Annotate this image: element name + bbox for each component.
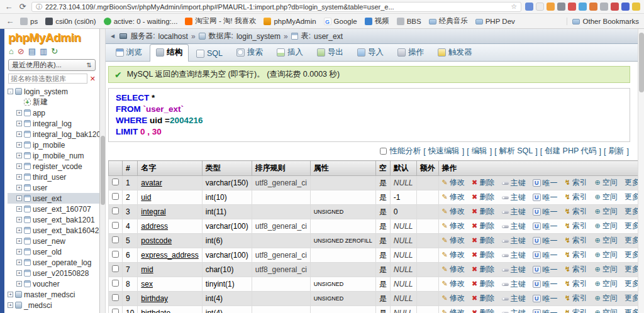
spatial-action[interactable]: ⊕空间 — [594, 307, 617, 313]
tree-expander-icon[interactable]: + — [16, 228, 22, 233]
primary-action[interactable]: 主键 — [502, 250, 526, 261]
tab[interactable]: 插入 — [270, 44, 309, 61]
extension-icon[interactable] — [611, 3, 619, 11]
tree-item[interactable]: + register_vcode — [8, 161, 99, 172]
tab[interactable]: SQL — [190, 46, 229, 61]
tree-item[interactable]: + ip_mobile — [8, 140, 99, 150]
tree-item[interactable]: + _medsci — [8, 300, 99, 310]
primary-action[interactable]: 主键 — [502, 308, 526, 313]
page-scrollbar-thumb[interactable] — [639, 33, 644, 92]
change-action[interactable]: ✎修改 — [442, 221, 465, 231]
drop-action[interactable]: ✖删除 — [472, 177, 494, 188]
tree-expander-icon[interactable]: + — [8, 292, 13, 297]
spatial-action[interactable]: ⊕空间 — [594, 206, 617, 217]
server-link[interactable]: localhost — [158, 32, 188, 41]
extension-icon[interactable] — [579, 3, 587, 11]
unique-action[interactable]: U唯一 — [533, 221, 558, 232]
logout-icon[interactable]: ⊘ — [18, 47, 25, 56]
drop-action[interactable]: ✖删除 — [472, 192, 494, 202]
explain-sql-link[interactable]: 解析 SQL — [499, 146, 533, 156]
tree-item[interactable]: + master_medsci — [8, 289, 99, 300]
change-action[interactable]: ✎修改 — [442, 235, 465, 246]
more-action[interactable]: 更多▼ — [625, 221, 638, 231]
spatial-action[interactable]: ⊕空间 — [594, 250, 617, 260]
unique-action[interactable]: U唯一 — [533, 178, 558, 189]
index-action[interactable]: ↯索引 — [565, 293, 587, 304]
tree-item[interactable]: - login_system — [8, 86, 99, 97]
profiling-checkbox[interactable] — [380, 148, 387, 155]
bookmark-item[interactable]: BBS — [397, 18, 421, 25]
tree-item[interactable]: + user_v20150828 — [8, 268, 99, 278]
unique-action[interactable]: U唯一 — [533, 207, 558, 217]
primary-action[interactable]: 主键 — [502, 207, 526, 217]
bookmark-item[interactable]: csi0n (csi0n) — [45, 18, 96, 25]
extension-icon[interactable] — [557, 3, 565, 11]
tree-item[interactable]: + ip_mobile_num — [8, 150, 99, 161]
tab[interactable]: 浏览 — [109, 44, 148, 61]
collapse-navigation-icon[interactable]: ◀ — [111, 33, 114, 39]
tree-expander-icon[interactable]: + — [16, 195, 22, 201]
inline-edit-link[interactable]: 快速编辑 — [428, 146, 460, 156]
spatial-action[interactable]: ⊕空间 — [594, 278, 617, 289]
index-action[interactable]: ↯索引 — [565, 235, 587, 246]
drop-action[interactable]: ✖删除 — [472, 293, 494, 304]
more-action[interactable]: 更多▼ — [625, 278, 638, 289]
docs-icon[interactable]: ▤ — [28, 47, 36, 56]
row-checkbox[interactable] — [112, 280, 119, 287]
bookmark-item[interactable]: ps — [20, 18, 38, 25]
bookmark-item[interactable]: 经典音乐 — [429, 16, 468, 26]
row-checkbox[interactable] — [112, 294, 119, 301]
spatial-action[interactable]: ⊕空间 — [594, 235, 617, 246]
change-action[interactable]: ✎修改 — [442, 177, 465, 188]
drop-action[interactable]: ✖删除 — [472, 221, 494, 231]
database-link[interactable]: login_system — [236, 32, 280, 41]
tree-expander-icon[interactable]: + — [16, 163, 22, 169]
edit-link[interactable]: 编辑 — [472, 146, 487, 156]
bookmark-item[interactable]: active: 0 - waiting:... — [104, 18, 178, 25]
change-action[interactable]: ✎修改 — [442, 250, 465, 260]
primary-action[interactable]: 主键 — [502, 294, 526, 304]
more-action[interactable]: 更多▼ — [625, 177, 638, 188]
tree-expander-icon[interactable]: + — [16, 131, 22, 137]
spatial-action[interactable]: ⊕空间 — [594, 221, 617, 231]
tab[interactable]: 导出 — [311, 44, 350, 61]
more-action[interactable]: 更多▼ — [625, 307, 638, 313]
bookmarks-scroll-left-icon[interactable]: ← — [5, 16, 15, 26]
tab[interactable]: 操作 — [391, 44, 430, 61]
primary-action[interactable]: 主键 — [502, 265, 526, 275]
spatial-action[interactable]: ⊕空间 — [594, 192, 617, 202]
tree-expander-icon[interactable]: + — [16, 238, 22, 244]
tree-expander-icon[interactable]: - — [8, 89, 13, 94]
tab[interactable]: 触发器 — [431, 44, 479, 61]
extension-icon[interactable] — [525, 3, 533, 11]
extension-icon[interactable] — [589, 3, 597, 11]
settings-icon[interactable]: ▥ — [40, 47, 47, 56]
index-action[interactable]: ↯索引 — [565, 278, 587, 289]
drop-action[interactable]: ✖删除 — [472, 250, 494, 260]
change-action[interactable]: ✎修改 — [442, 278, 465, 289]
tab[interactable]: 结构 — [150, 44, 189, 62]
tree-expander-icon[interactable]: + — [16, 249, 22, 255]
database-filter-input[interactable] — [8, 74, 87, 84]
recent-tables-select[interactable]: 最近使用的表)... ⇅ — [8, 59, 96, 71]
row-checkbox[interactable] — [112, 236, 119, 243]
sidebar-scrollbar[interactable] — [100, 29, 106, 313]
bookmark-item[interactable]: PHP Dev — [475, 18, 515, 25]
more-action[interactable]: 更多▼ — [625, 192, 638, 202]
unique-action[interactable]: U唯一 — [533, 236, 558, 246]
index-action[interactable]: ↯索引 — [565, 307, 587, 313]
tree-expander-icon[interactable]: + — [16, 217, 22, 222]
change-action[interactable]: ✎修改 — [442, 206, 465, 217]
unique-action[interactable]: U唯一 — [533, 192, 558, 203]
index-action[interactable]: ↯索引 — [565, 177, 587, 188]
sidebar-scrollbar-thumb[interactable] — [101, 136, 105, 205]
info-icon[interactable]: ⓘ — [36, 3, 42, 11]
tree-item[interactable]: + user_ext_bak160427 — [8, 225, 99, 236]
index-action[interactable]: ↯索引 — [565, 192, 587, 202]
drop-action[interactable]: ✖删除 — [472, 206, 494, 217]
bookmark-item[interactable]: G Google — [324, 18, 357, 25]
spatial-action[interactable]: ⊕空间 — [594, 293, 617, 304]
primary-action[interactable]: 主键 — [502, 192, 526, 203]
other-bookmarks-button[interactable]: Other Bookmarks — [567, 18, 639, 25]
index-action[interactable]: ↯索引 — [565, 250, 587, 260]
